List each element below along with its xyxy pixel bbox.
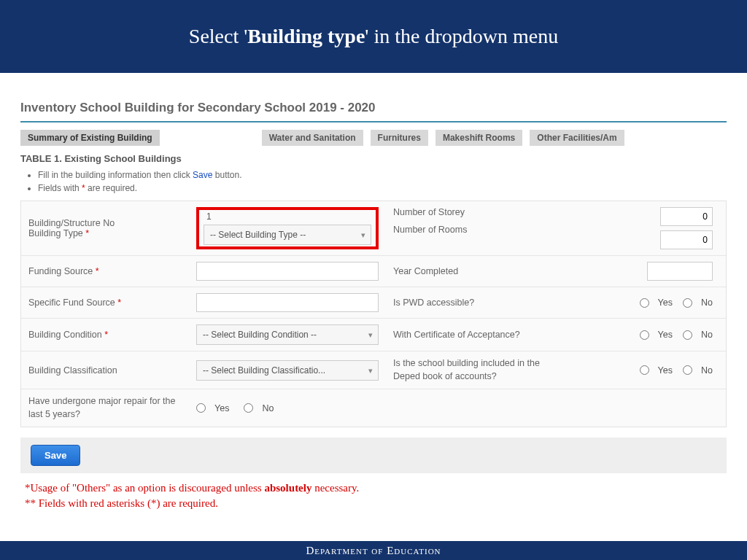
save-bar: Save bbox=[20, 438, 727, 473]
highlight-building-type: 1 -- Select Building Type -- bbox=[196, 207, 379, 249]
coa-yes-radio[interactable] bbox=[640, 330, 649, 340]
row-repair: Have undergone major repair for the last… bbox=[21, 389, 726, 427]
label-year: Year Completed bbox=[386, 256, 568, 287]
ctl-book: Yes No bbox=[568, 351, 726, 389]
save-button[interactable]: Save bbox=[31, 445, 80, 466]
ctl-funding bbox=[189, 256, 386, 287]
tab-spacer bbox=[167, 130, 255, 146]
label-classification: Building Classification bbox=[21, 351, 189, 389]
classification-select-wrap: -- Select Building Classificatio... bbox=[196, 360, 379, 381]
row-condition: Building Condition * -- Select Building … bbox=[21, 319, 726, 351]
banner-emph: Building type bbox=[247, 25, 365, 47]
tab-furnitures[interactable]: Furnitures bbox=[371, 130, 428, 146]
coa-no-radio[interactable] bbox=[683, 330, 692, 340]
footnote-2: ** Fields with red asterisks (*) are req… bbox=[25, 496, 727, 511]
repair-yes[interactable]: Yes bbox=[196, 403, 229, 413]
ctl-pwd: Yes No bbox=[568, 287, 726, 318]
footer-bar: Department of Education bbox=[0, 541, 747, 560]
row-building-no-type: Building/Structure No Building Type * 1 … bbox=[21, 201, 726, 256]
book-no[interactable]: No bbox=[683, 365, 713, 376]
building-no-value: 1 bbox=[204, 211, 371, 222]
table-title: TABLE 1. Existing School Buildings bbox=[20, 153, 727, 164]
page-title: Inventory School Building for Secondary … bbox=[20, 101, 727, 115]
label-pwd: Is PWD accessible? bbox=[386, 287, 568, 318]
note-1: Fill in the building information then cl… bbox=[38, 170, 727, 180]
pwd-no-radio[interactable] bbox=[683, 298, 692, 308]
label-condition: Building Condition * bbox=[21, 319, 189, 351]
tab-makeshift[interactable]: Makeshift Rooms bbox=[436, 130, 522, 146]
instruction-banner: Select 'Building type' in the dropdown m… bbox=[0, 0, 747, 73]
book-yes-radio[interactable] bbox=[640, 365, 649, 375]
footnote-1: *Usage of "Others" as an option is disco… bbox=[25, 481, 727, 496]
book-yes[interactable]: Yes bbox=[640, 365, 673, 376]
label-building-no-type: Building/Structure No Building Type * bbox=[21, 201, 189, 255]
ctl-building-type: 1 -- Select Building Type -- bbox=[189, 201, 386, 255]
note2-post: are required. bbox=[85, 183, 137, 193]
ctl-year bbox=[568, 256, 726, 287]
classification-select[interactable]: -- Select Building Classificatio... bbox=[196, 360, 379, 381]
empty-lbl bbox=[386, 389, 568, 427]
repair-no-radio[interactable] bbox=[244, 403, 253, 413]
repair-yes-radio[interactable] bbox=[196, 403, 206, 413]
row-specific: Specific Fund Source * Is PWD accessible… bbox=[21, 287, 726, 319]
title-rule bbox=[20, 121, 727, 122]
condition-select[interactable]: -- Select Building Condition -- bbox=[196, 324, 379, 345]
ctl-storey-rooms bbox=[568, 201, 726, 255]
note2-pre: Fields with bbox=[38, 183, 82, 193]
tab-water[interactable]: Water and Sanitation bbox=[262, 130, 363, 146]
instruction-text: Select 'Building type' in the dropdown m… bbox=[189, 25, 558, 48]
condition-select-wrap: -- Select Building Condition -- bbox=[196, 324, 379, 345]
coa-no[interactable]: No bbox=[683, 330, 713, 340]
label-rooms: Number of Rooms bbox=[393, 225, 467, 235]
pwd-yes-radio[interactable] bbox=[640, 298, 649, 308]
banner-pre: Select ' bbox=[189, 25, 247, 47]
specific-input[interactable] bbox=[196, 293, 379, 312]
label-building-no: Building/Structure No bbox=[28, 218, 115, 228]
footer-text: Department of Education bbox=[306, 545, 441, 557]
empty-ctl bbox=[568, 389, 726, 427]
note1-link: Save bbox=[193, 170, 212, 180]
ctl-coa: Yes No bbox=[568, 319, 726, 351]
label-repair: Have undergone major repair for the last… bbox=[21, 389, 189, 427]
ctl-specific bbox=[189, 287, 386, 318]
storey-input[interactable] bbox=[660, 207, 713, 226]
tab-bar: Summary of Existing Building Water and S… bbox=[20, 130, 727, 146]
tab-other[interactable]: Other Facilities/Am bbox=[530, 130, 624, 146]
repair-no[interactable]: No bbox=[244, 403, 274, 413]
pwd-yes[interactable]: Yes bbox=[640, 298, 673, 308]
label-book: Is the school building included in the D… bbox=[386, 351, 568, 389]
row-funding: Funding Source * Year Completed bbox=[21, 256, 726, 287]
coa-yes[interactable]: Yes bbox=[640, 330, 673, 340]
ctl-repair: Yes No bbox=[189, 389, 386, 427]
content-area: Inventory School Building for Secondary … bbox=[0, 73, 747, 511]
note1-post: button. bbox=[212, 170, 241, 180]
label-coa: With Certificate of Acceptance? bbox=[386, 319, 568, 351]
banner-post: ' in the dropdown menu bbox=[365, 25, 558, 47]
label-storey-rooms: Number of Storey Number of Rooms bbox=[386, 201, 568, 255]
form-grid: Building/Structure No Building Type * 1 … bbox=[20, 201, 727, 427]
footnotes: *Usage of "Others" as an option is disco… bbox=[25, 481, 727, 511]
label-storey: Number of Storey bbox=[393, 207, 465, 217]
instruction-list: Fill in the building information then cl… bbox=[38, 170, 727, 193]
ctl-classification: -- Select Building Classificatio... bbox=[189, 351, 386, 389]
building-type-select[interactable]: -- Select Building Type -- bbox=[204, 225, 371, 245]
pwd-no[interactable]: No bbox=[683, 298, 713, 308]
tab-summary[interactable]: Summary of Existing Building bbox=[20, 130, 160, 146]
rooms-input[interactable] bbox=[660, 230, 713, 249]
funding-input[interactable] bbox=[196, 262, 379, 281]
label-building-type: Building Type * bbox=[28, 228, 89, 238]
year-input[interactable] bbox=[647, 262, 713, 281]
note1-pre: Fill in the building information then cl… bbox=[38, 170, 193, 180]
label-funding: Funding Source * bbox=[21, 256, 189, 287]
book-no-radio[interactable] bbox=[683, 365, 692, 375]
note-2: Fields with * are required. bbox=[38, 183, 727, 193]
ctl-condition: -- Select Building Condition -- bbox=[189, 319, 386, 351]
label-specific: Specific Fund Source * bbox=[21, 287, 189, 318]
building-type-select-wrap: -- Select Building Type -- bbox=[204, 225, 371, 245]
row-classification: Building Classification -- Select Buildi… bbox=[21, 351, 726, 389]
